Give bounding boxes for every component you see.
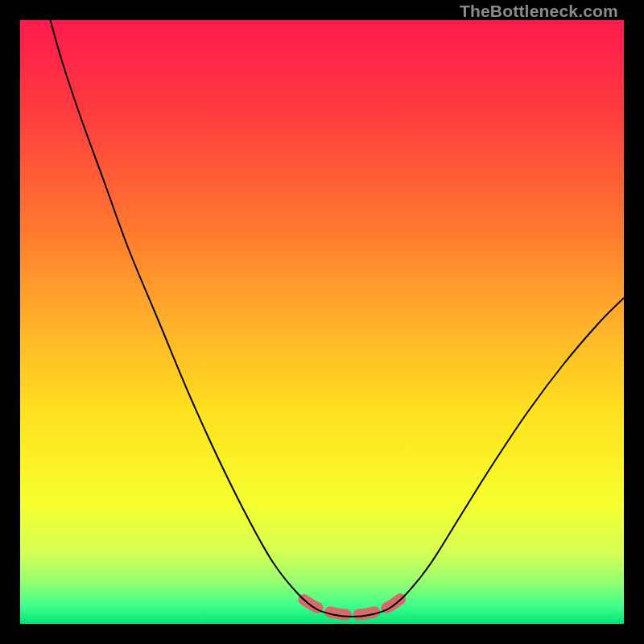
bottleneck-curve (51, 20, 625, 617)
watermark-text: TheBottleneck.com (460, 2, 618, 21)
curve-layer (20, 20, 624, 624)
chart-frame (20, 20, 624, 624)
optimal-range-marker (304, 597, 404, 615)
